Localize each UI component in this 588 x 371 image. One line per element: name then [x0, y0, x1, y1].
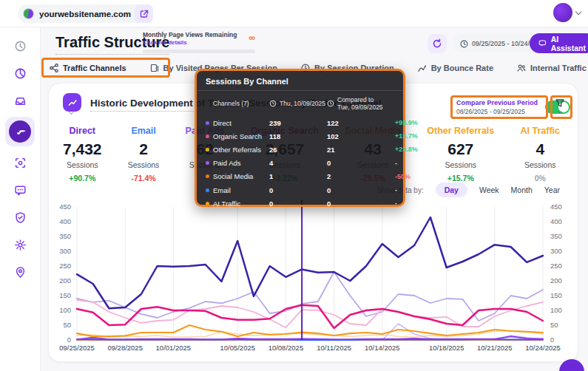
infinity-icon: ∞: [249, 33, 255, 43]
top-bar: yourwebsitename.com: [0, 0, 588, 27]
sidebar-item-tracking[interactable]: [9, 152, 31, 174]
quota-widget: Monthly Page Views Remaining Click for d…: [143, 31, 255, 53]
x-axis-label: 10/05/2025: [220, 344, 255, 352]
history-clock-icon: [14, 40, 27, 52]
y-axis-label-left: 450: [59, 202, 71, 211]
refresh-button[interactable]: [428, 34, 447, 53]
channel-compare-value: 102: [327, 132, 395, 140]
y-axis-label-right: 450: [550, 202, 562, 211]
channel-percent-change: -: [395, 160, 397, 167]
channel-percent-change: -: [395, 186, 397, 194]
channel-dot-icon: [206, 135, 209, 138]
y-axis-label-right: 350: [550, 232, 562, 240]
avatar: [553, 3, 572, 22]
share-nodes-icon: [50, 64, 58, 72]
stat-unit-label: Sessions: [520, 160, 560, 169]
website-favicon-icon: [23, 8, 34, 19]
stat-percent-change: 0%: [520, 174, 560, 183]
external-link-icon: [140, 10, 149, 18]
x-axis-label: 09/28/2025: [107, 344, 143, 352]
sidebar-item-analytics[interactable]: [9, 62, 31, 84]
y-axis-label-right: 400: [550, 217, 562, 225]
channel-current-value: 26: [269, 146, 327, 154]
location-pin-icon: [14, 266, 27, 279]
tooltip-channel-row: Other Referrals 26 21 +23.8%: [206, 143, 394, 156]
stat-percent-change: -71.4%: [128, 174, 160, 183]
sidebar-item-security[interactable]: [9, 206, 31, 228]
granularity-year[interactable]: Year: [544, 186, 560, 194]
granularity-week[interactable]: Week: [479, 186, 499, 194]
channel-name: Paid Ads: [213, 159, 269, 167]
channel-current-value: 118: [269, 132, 327, 140]
inbox-icon: [14, 95, 27, 107]
radar-signal-icon: [14, 126, 26, 137]
pages-icon: [150, 64, 159, 72]
tab-label: Internal Traffic: [530, 64, 587, 72]
clock-icon: [327, 100, 334, 107]
card-badge-icon: [63, 93, 81, 112]
tab-bounce-rate[interactable]: By Bounce Rate: [416, 61, 495, 75]
channel-dot-icon: [206, 148, 209, 152]
channel-percent-change: +23.8%: [395, 146, 418, 153]
sidebar-item-feedback[interactable]: [9, 179, 31, 201]
stat-column: Direct 7,432 Sessions +90.7%: [63, 126, 102, 183]
compare-range: 08/26/2025 - 09/25/2025: [456, 108, 538, 115]
series-direct-previous-period-: [77, 272, 543, 321]
tooltip-channel-row: Social Media 1 2 -50%: [206, 170, 394, 183]
chart-filter-button[interactable]: [555, 98, 565, 113]
ai-assistant-label: AI Assistant: [551, 35, 588, 52]
channel-name: Other Referrals: [213, 146, 269, 154]
ai-assistant-button[interactable]: AI Assistant: [530, 33, 588, 53]
quota-details-link[interactable]: Click for details: [143, 39, 255, 46]
tooltip-channel-row: Email 0 0 -: [206, 183, 394, 197]
sidebar-item-traffic-active[interactable]: [5, 117, 35, 146]
series-direct: [77, 217, 543, 308]
tab-traffic-channels[interactable]: Traffic Channels: [48, 61, 128, 75]
shield-check-icon: [14, 211, 27, 224]
active-item-circle: [9, 120, 31, 143]
tooltip-channel-row: Direct 239 122 +95.9%: [206, 116, 394, 129]
sidebar-item-history[interactable]: [9, 35, 31, 57]
stat-column: Other Referrals 627 Sessions +15.7%: [427, 126, 494, 183]
granularity-month[interactable]: Month: [511, 186, 533, 194]
channel-dot-icon: [206, 161, 209, 165]
granularity-day[interactable]: Day: [436, 183, 467, 197]
stat-sessions-value: 7,432: [63, 140, 102, 158]
sidebar-item-settings[interactable]: [9, 234, 31, 256]
x-axis-label: 10/21/2025: [477, 344, 513, 352]
gear-icon: [14, 239, 27, 251]
chart-tooltip: Sessions By Channel Channels (7) Thu, 10…: [195, 69, 405, 207]
compare-label: Compare Previous Period: [456, 99, 538, 106]
y-axis-label-left: 0: [67, 336, 71, 344]
channel-dot-icon: [206, 174, 209, 178]
channel-compare-value: 122: [327, 119, 395, 127]
tab-internal-traffic[interactable]: Internal Traffic: [516, 61, 588, 75]
stat-channel-label: Other Referrals: [427, 126, 494, 136]
website-selector[interactable]: yourwebsitename.com: [18, 4, 149, 23]
series-paid-ads: [77, 336, 543, 339]
channel-percent-change: +95.9%: [395, 119, 418, 126]
y-axis-label-right: 300: [550, 247, 562, 255]
tooltip-rows: Direct 239 122 +95.9% Organic Search 118…: [197, 115, 403, 210]
channel-name: AI Traffic: [213, 200, 269, 208]
sessions-line-chart[interactable]: 09/25/202509/28/202510/01/202510/05/2025…: [52, 197, 578, 353]
channel-compare-value: 21: [327, 146, 395, 154]
channel-name: Email: [213, 186, 269, 194]
sidebar-item-inbox[interactable]: [9, 89, 31, 112]
tooltip-header: Channels (7) Thu, 10/09/2025 Compared to…: [197, 91, 403, 115]
tooltip-channel-row: Organic Search 118 102 +15.7%: [206, 129, 394, 143]
sidebar-item-location[interactable]: [9, 261, 31, 283]
channel-percent-change: -: [395, 200, 397, 207]
website-name: yourwebsitename.com: [39, 10, 131, 18]
y-axis-label-left: 300: [59, 247, 71, 255]
channel-dot-icon: [206, 202, 209, 205]
tab-label: By Bounce Rate: [431, 64, 493, 72]
channel-percent-change: -50%: [395, 173, 410, 180]
x-axis-label: 10/24/2025: [525, 344, 561, 352]
user-menu[interactable]: [553, 3, 581, 22]
stat-channel-label: Direct: [63, 126, 102, 136]
y-axis-label-left: 200: [59, 276, 71, 285]
open-website-button[interactable]: [135, 4, 153, 23]
x-axis-label: 10/01/2025: [156, 344, 192, 352]
users-icon: [517, 64, 526, 72]
